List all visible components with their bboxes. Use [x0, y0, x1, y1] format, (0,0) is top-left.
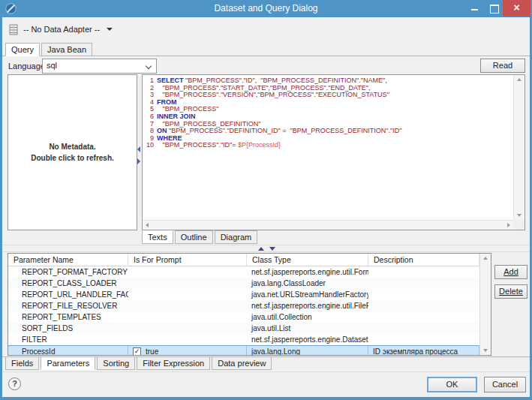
metadata-panel[interactable]: No Metadata. Double click to refresh.: [8, 74, 137, 230]
table-row[interactable]: FILTERnet.sf.jasperreports.engine.Datase…: [8, 334, 479, 345]
titlebar: Dataset and Query Dialog ×: [0, 0, 532, 17]
parameters-table: Parameter Name Is For Prompt Class Type …: [8, 253, 491, 356]
sql-editor[interactable]: 1SELECT "BPM_PROCESS"."ID", "BPM_PROCESS…: [142, 74, 525, 230]
chevron-down-icon: [107, 28, 113, 31]
maximize-button[interactable]: [484, 0, 503, 17]
table-row[interactable]: SORT_FIELDSjava.util.List: [8, 323, 479, 334]
query-source-tabs: Query Java Bean: [5, 43, 92, 56]
dialog-body: -- No Data Adapter -- Query Java Bean La…: [2, 17, 530, 397]
read-fields-button[interactable]: Read Fields: [480, 59, 525, 73]
footer-divider: [2, 371, 530, 372]
collapse-left-icon: [137, 146, 140, 152]
collapse-right-icon: [137, 158, 140, 164]
column-header-is-for-prompt[interactable]: Is For Prompt: [128, 254, 247, 266]
tab-parameters[interactable]: Parameters: [41, 356, 95, 370]
table-row[interactable]: REPORT_FORMAT_FACTORYnet.sf.jasperreport…: [8, 266, 479, 278]
code-line: 7 "BPM_PROCESS_DEFINITION": [143, 120, 513, 128]
minimize-button[interactable]: [465, 0, 484, 17]
code-line: 6INNER JOIN: [143, 113, 513, 120]
cancel-button[interactable]: Cancel: [484, 377, 526, 392]
scrollbar-corner: [513, 220, 524, 230]
tab-query[interactable]: Query: [5, 43, 40, 56]
horizontal-sash[interactable]: [2, 245, 530, 252]
data-adapter-value: -- No Data Adapter --: [23, 25, 100, 34]
delete-button[interactable]: Delete: [494, 284, 527, 299]
sash-down-icon: [269, 247, 275, 251]
table-row[interactable]: REPORT_CLASS_LOADERjava.lang.ClassLoader: [8, 278, 479, 289]
data-adapter-icon: [9, 24, 18, 35]
language-value: sql: [47, 61, 57, 70]
code-line: 4FROM: [143, 98, 513, 106]
column-header-description[interactable]: Description: [368, 254, 479, 266]
table-row[interactable]: ProcessId✓truejava.lang.LongID экземпляр…: [8, 345, 479, 356]
column-header-class-type[interactable]: Class Type: [247, 254, 368, 266]
tab-texts[interactable]: Texts: [142, 230, 173, 244]
help-button[interactable]: ?: [8, 377, 21, 390]
code-line: 2 "BPM_PROCESS"."START_DATE","BPM_PROCES…: [143, 84, 513, 92]
editor-view-tabs: Texts Outline Diagram: [142, 230, 257, 244]
window-controls: ×: [465, 0, 530, 17]
sql-editor-code[interactable]: 1SELECT "BPM_PROCESS"."ID", "BPM_PROCESS…: [143, 77, 513, 220]
parameters-table-body: REPORT_FORMAT_FACTORYnet.sf.jasperreport…: [8, 266, 479, 355]
scroll-left-icon: [146, 223, 149, 227]
ok-button[interactable]: OK: [427, 377, 477, 392]
code-line: 3 "BPM_PROCESS"."VERSION","BPM_PROCESS".…: [143, 91, 513, 98]
prompt-checkbox[interactable]: ✓: [133, 347, 141, 356]
scroll-up-icon: [517, 78, 521, 81]
dataset-query-dialog: Dataset and Query Dialog × -- No Data Ad…: [0, 0, 532, 400]
code-line: 5 "BPM_PROCESS": [143, 105, 513, 113]
sash-arrows: [258, 247, 275, 251]
parameters-table-header: Parameter Name Is For Prompt Class Type …: [8, 254, 491, 266]
tab-java-bean[interactable]: Java Bean: [41, 43, 92, 56]
tab-filter-expression[interactable]: Filter Expression: [137, 356, 210, 370]
close-button[interactable]: ×: [503, 0, 530, 17]
window-title: Dataset and Query Dialog: [0, 0, 532, 17]
scroll-down-icon: [517, 214, 521, 217]
column-header-parameter-name[interactable]: Parameter Name: [8, 254, 128, 266]
scroll-down-icon: [483, 349, 488, 352]
table-row[interactable]: REPORT_TEMPLATESjava.util.Collection: [8, 311, 479, 323]
add-button[interactable]: Add: [494, 265, 527, 279]
tab-outline[interactable]: Outline: [175, 230, 213, 244]
language-label: Language: [8, 62, 45, 71]
chevron-down-icon: [146, 63, 152, 69]
scroll-right-icon: [507, 223, 510, 227]
scroll-up-icon: [483, 257, 488, 260]
code-line: 9WHERE: [143, 134, 513, 142]
table-row[interactable]: REPORT_FILE_RESOLVERnet.sf.jasperreports…: [8, 300, 479, 311]
dataset-section-tabs: Fields Parameters Sorting Filter Express…: [5, 356, 271, 370]
metadata-message: No Metadata. Double click to refresh.: [31, 141, 114, 164]
tab-diagram[interactable]: Diagram: [215, 230, 258, 244]
table-row[interactable]: REPORT_URL_HANDLER_FACTORYjava.net.URLSt…: [8, 289, 479, 300]
tab-data-preview[interactable]: Data preview: [212, 356, 272, 370]
code-line: 1SELECT "BPM_PROCESS"."ID", "BPM_PROCESS…: [143, 77, 513, 84]
tab-fields[interactable]: Fields: [5, 356, 39, 370]
editor-vertical-scrollbar[interactable]: [513, 75, 524, 220]
code-line: 10 "BPM_PROCESS"."ID"= $P{ProcessId}: [143, 141, 513, 149]
editor-horizontal-scrollbar[interactable]: [143, 220, 513, 230]
sash-up-icon: [258, 247, 264, 251]
table-vertical-scrollbar[interactable]: [479, 254, 491, 355]
code-line: 8ON "BPM_PROCESS"."DEFINITION_ID" = "BPM…: [143, 127, 513, 134]
language-select[interactable]: sql: [42, 59, 157, 74]
data-adapter-select[interactable]: -- No Data Adapter --: [23, 23, 113, 35]
tab-sorting[interactable]: Sorting: [97, 356, 135, 370]
